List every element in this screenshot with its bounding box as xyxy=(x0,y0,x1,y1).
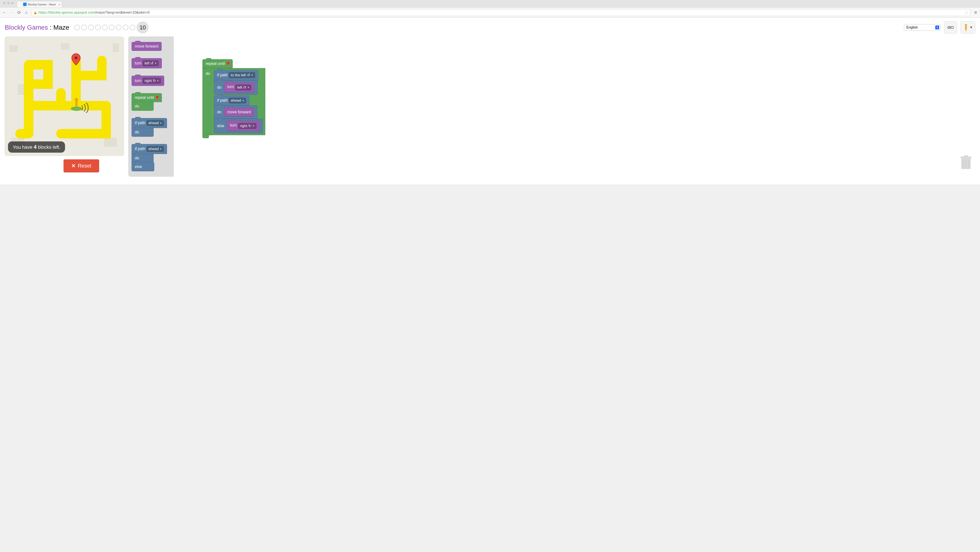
program-root[interactable]: repeat until do if path to the left ↺▼ xyxy=(202,59,265,138)
dropdown-if-path-ahead[interactable]: ahead▼ xyxy=(146,120,164,126)
dropdown-turn-left[interactable]: left ↺▼ xyxy=(143,60,159,66)
browser-chrome: Blockly Games : Maze × ← → ⟳ ⌂ 🔒 https:/… xyxy=(0,0,980,18)
page-title: Blockly Games : Maze xyxy=(5,24,69,31)
level-3[interactable] xyxy=(88,25,94,30)
window-controls[interactable] xyxy=(2,2,16,6)
program-if-left[interactable]: if path to the left ↺▼ xyxy=(214,70,258,80)
svg-rect-3 xyxy=(965,26,967,29)
svg-point-15 xyxy=(75,98,78,101)
lock-icon: 🔒 xyxy=(33,11,37,14)
bookmark-icon[interactable]: ☆ xyxy=(964,10,968,15)
url-protocol: https xyxy=(38,10,46,14)
level-7[interactable] xyxy=(116,25,121,30)
reset-button[interactable]: ✕ Reset xyxy=(64,160,99,172)
browser-tab[interactable]: Blockly Games : Maze × xyxy=(17,1,62,7)
level-2[interactable] xyxy=(81,25,87,30)
forward-icon[interactable]: → xyxy=(10,10,14,15)
block-if-path[interactable]: if path ahead▼ do xyxy=(132,118,170,137)
level-1[interactable] xyxy=(74,25,80,30)
level-8[interactable] xyxy=(123,25,128,30)
level-selector: 10 xyxy=(74,21,149,34)
map-pin-icon xyxy=(227,62,229,65)
level-5[interactable] xyxy=(102,25,108,30)
trash-icon[interactable] xyxy=(959,155,973,172)
level-10-current[interactable]: 10 xyxy=(137,21,149,34)
block-toolbox: move forward turn left ↺▼ turn right ↻▼ … xyxy=(128,37,174,177)
close-tab-icon[interactable]: × xyxy=(58,3,60,6)
program-turn-left[interactable]: turn left ↺▼ xyxy=(224,82,255,93)
svg-point-17 xyxy=(228,62,229,64)
level-6[interactable] xyxy=(109,25,115,30)
svg-point-12 xyxy=(75,57,77,59)
reload-icon[interactable]: ⟳ xyxy=(17,10,21,15)
svg-rect-11 xyxy=(18,84,24,95)
svg-rect-4 xyxy=(965,29,966,31)
back-icon[interactable]: ← xyxy=(2,10,6,15)
skin-button[interactable]: ▼ xyxy=(961,21,975,34)
pegman-icon xyxy=(964,24,968,31)
level-4[interactable] xyxy=(95,25,101,30)
url-host: blockly-games.appspot.com xyxy=(49,10,95,14)
link-icon xyxy=(947,26,954,29)
block-move-forward[interactable]: move forward xyxy=(132,42,162,51)
share-link-button[interactable] xyxy=(944,21,957,34)
map-pin-icon xyxy=(156,96,159,99)
reset-label: Reset xyxy=(78,163,91,169)
block-turn-left[interactable]: turn left ↺▼ xyxy=(132,58,162,68)
svg-rect-6 xyxy=(9,45,18,52)
block-workspace[interactable]: repeat until do if path to the left ↺▼ xyxy=(178,37,975,175)
block-if-else-path[interactable]: if path ahead▼ do else xyxy=(132,144,170,171)
program-turn-right[interactable]: turn right ↻▼ xyxy=(227,121,260,131)
svg-point-16 xyxy=(157,96,158,97)
dropdown-turn-left-2[interactable]: left ↺▼ xyxy=(235,85,251,90)
chevron-down-icon: ▼ xyxy=(969,26,973,29)
svg-rect-14 xyxy=(76,101,77,107)
language-value: English xyxy=(906,26,918,29)
select-arrows-icon: ⇅ xyxy=(935,26,939,29)
level-9[interactable] xyxy=(130,25,135,30)
dropdown-turn-right-2[interactable]: right ↻▼ xyxy=(238,123,256,129)
close-icon: ✕ xyxy=(71,163,76,168)
svg-rect-10 xyxy=(61,43,70,50)
blocks-left-banner: You have 4 blocks left. xyxy=(8,141,65,153)
page-header: Blockly Games : Maze 10 English ⇅ xyxy=(5,21,975,34)
dropdown-ahead-2[interactable]: ahead▼ xyxy=(229,98,246,103)
menu-icon[interactable]: ≡ xyxy=(973,10,978,15)
home-icon[interactable]: ⌂ xyxy=(24,10,29,15)
brand-link[interactable]: Blockly Games xyxy=(5,24,48,31)
program-if-ahead[interactable]: if path ahead▼ xyxy=(214,96,249,105)
svg-point-13 xyxy=(71,107,82,111)
svg-rect-5 xyxy=(966,29,967,31)
page-content: Blockly Games : Maze 10 English ⇅ xyxy=(0,18,980,184)
url-path: /maze?lang=en&level=10&skin=0 xyxy=(95,10,150,14)
tab-title: Blockly Games : Maze xyxy=(28,3,56,6)
svg-point-2 xyxy=(965,24,967,26)
address-bar[interactable]: 🔒 https://blockly-games.appspot.com/maze… xyxy=(32,9,970,16)
dropdown-if-else-ahead[interactable]: ahead▼ xyxy=(146,146,164,152)
svg-rect-9 xyxy=(104,138,117,147)
block-repeat-until[interactable]: repeat until do xyxy=(132,93,170,111)
favicon-icon xyxy=(23,3,27,6)
language-select[interactable]: English ⇅ xyxy=(904,24,941,31)
program-move-forward[interactable]: move forward xyxy=(224,108,254,116)
dropdown-turn-right[interactable]: right ↻▼ xyxy=(143,78,161,84)
maze-canvas: You have 4 blocks left. xyxy=(5,37,124,156)
block-turn-right[interactable]: turn right ↻▼ xyxy=(132,76,164,86)
dropdown-to-the-left[interactable]: to the left ↺▼ xyxy=(229,72,255,78)
svg-rect-7 xyxy=(113,43,119,52)
svg-rect-20 xyxy=(964,155,968,157)
